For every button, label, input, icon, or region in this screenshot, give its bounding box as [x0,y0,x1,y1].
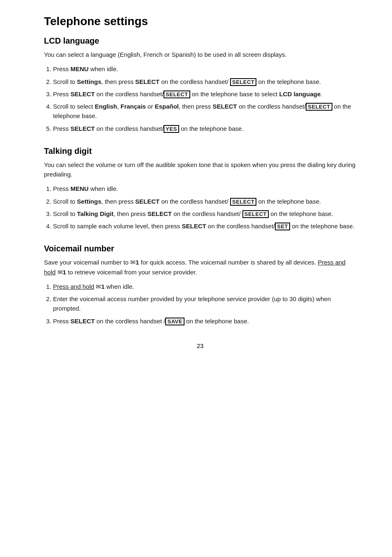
key-badge-select: SELECT [242,210,269,218]
section-intro-voicemail: Save your voicemail number to ✉1 for qui… [44,258,356,277]
text-select: SELECT [135,198,159,205]
press-and-hold-link: Press and hold [53,283,94,290]
page-number: 23 [44,342,356,349]
key-badge-yes: YES [164,125,179,133]
list-item: Press SELECT on the cordless handset/SEL… [53,89,356,99]
list-item: Press SELECT on the cordless handset /SA… [53,316,356,326]
text-select: SELECT [71,125,95,132]
list-item: Press SELECT on the cordless handset/YES… [53,124,356,133]
text-select: SELECT [71,91,95,97]
text-lcd-language: LCD language [279,91,321,97]
list-item: Scroll to Talking Digit, then press SELE… [53,209,356,218]
page-title: Telephone settings [44,15,356,28]
key-badge-select: SELECT [230,78,256,86]
text-one: 1 [136,259,139,266]
text-select: SELECT [148,210,172,217]
text-settings: Settings [77,198,101,205]
key-badge-select: SELECT [306,103,332,111]
key-badge-save: SAVE [165,318,184,325]
text-select: SELECT [213,103,237,110]
section-voicemail-number: Voicemail number Save your voicemail num… [44,244,356,326]
section-title-voicemail: Voicemail number [44,244,356,253]
talking-digit-steps-list: Press MENU when idle. Scroll to Settings… [44,184,356,231]
text-espanol: Español [155,103,179,110]
text-english: English [95,103,117,110]
list-item: Press MENU when idle. [53,184,356,193]
text-select: SELECT [182,223,206,230]
list-item: Enter the voicemail access number provid… [53,294,356,313]
list-item: Press and hold ✉1 when idle. [53,282,356,291]
key-menu: MENU [71,65,89,72]
press-and-hold-link: Press and hold [44,259,346,275]
text-talking-digit: Talking Digit [77,210,113,217]
lcd-steps-list: Press MENU when idle. Scroll to Settings… [44,64,356,133]
section-lcd-language: LCD language You can select a language (… [44,36,356,133]
list-item: Scroll to Settings, then press SELECT on… [53,197,356,206]
key-badge-select: SELECT [230,198,256,206]
text-one: 1 [101,283,104,290]
section-intro-talking-digit: You can select the volume or turn off th… [44,160,356,179]
list-item: Scroll to sample each volume level, then… [53,221,356,231]
section-talking-digit: Talking digit You can select the volume … [44,146,356,231]
list-item: Scroll to select English, Français or Es… [53,102,356,121]
list-item: Scroll to Settings, then press SELECT on… [53,77,356,86]
text-francais: Français [120,103,146,110]
text-settings: Settings [77,78,101,85]
section-title-talking-digit: Talking digit [44,146,356,156]
key-badge-select: SELECT [164,91,190,98]
voicemail-steps-list: Press and hold ✉1 when idle. Enter the v… [44,282,356,326]
list-item: Press MENU when idle. [53,64,356,74]
text-select: SELECT [135,78,159,85]
key-badge-set: SET [275,223,290,230]
text-select: SELECT [71,318,95,325]
text-one: 1 [63,269,66,276]
page-content: Telephone settings LCD language You can … [19,0,373,557]
key-menu: MENU [71,185,89,192]
section-intro-lcd: You can select a language (English, Fren… [44,50,356,59]
section-title-lcd: LCD language [44,36,356,46]
